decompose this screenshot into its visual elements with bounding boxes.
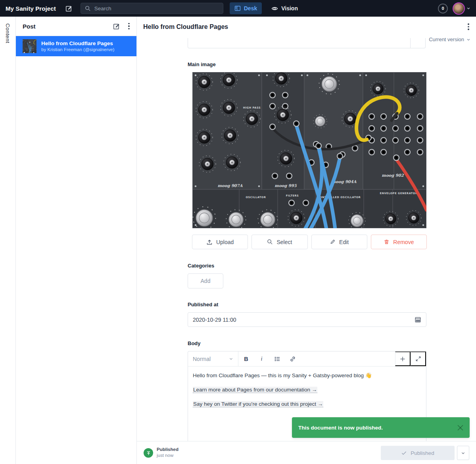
version-selector[interactable]: Current version bbox=[429, 36, 470, 42]
toast-close-button[interactable] bbox=[457, 425, 463, 431]
published-at-label: Published at bbox=[188, 302, 218, 307]
tab-desk[interactable]: Desk bbox=[230, 2, 262, 14]
chevron-down-icon bbox=[461, 451, 465, 455]
vision-eye-icon bbox=[271, 5, 278, 12]
search-icon bbox=[85, 6, 91, 11]
image-actions: Upload Select Edit bbox=[192, 235, 427, 249]
sidebar-content-strip: Content bbox=[0, 17, 16, 464]
notifications-badge[interactable]: 0 bbox=[438, 4, 448, 13]
upload-icon bbox=[206, 239, 213, 245]
publish-toast: This document is now published. bbox=[292, 417, 470, 438]
content-label[interactable]: Content bbox=[5, 23, 11, 43]
expand-editor-button[interactable] bbox=[411, 351, 426, 366]
body-text-area[interactable]: Hello from Cloudflare Pages — this is my… bbox=[188, 367, 426, 420]
pencil-icon bbox=[330, 239, 336, 245]
pane-menu-button[interactable] bbox=[128, 23, 130, 30]
edit-label: Edit bbox=[339, 239, 349, 245]
avatar[interactable] bbox=[453, 2, 465, 15]
pane-title: Post bbox=[23, 23, 113, 30]
tab-vision[interactable]: Vision bbox=[267, 2, 303, 14]
body-link[interactable]: Say hey on Twitter if you're checking ou… bbox=[193, 401, 323, 407]
link-icon bbox=[290, 356, 296, 362]
published-at-value: 2020-10-29 11:00 bbox=[193, 317, 415, 323]
compose-icon bbox=[65, 5, 73, 12]
document-menu-button[interactable] bbox=[468, 23, 469, 30]
desk-icon bbox=[234, 5, 241, 11]
remove-label: Remove bbox=[393, 239, 414, 245]
edit-button[interactable]: Edit bbox=[311, 235, 367, 249]
publish-button-label: Published bbox=[411, 450, 434, 456]
publish-status: Published just now bbox=[157, 447, 178, 458]
document-title: Hello from Cloudflare Pages bbox=[143, 23, 228, 31]
body-label: Body bbox=[188, 340, 201, 346]
remove-button[interactable]: Remove bbox=[371, 235, 427, 249]
main-image-preview[interactable] bbox=[192, 72, 426, 228]
chevron-down-icon bbox=[466, 38, 470, 42]
bold-button[interactable]: B bbox=[238, 351, 254, 366]
status-time: just now bbox=[157, 453, 178, 458]
post-thumbnail bbox=[23, 39, 36, 53]
toast-message: This document is now published. bbox=[298, 425, 457, 431]
sanity-studio-app: My Sanity Project Search bbox=[0, 0, 476, 464]
version-label: Current version bbox=[429, 36, 464, 42]
select-label: Select bbox=[276, 239, 292, 245]
calendar-icon[interactable] bbox=[415, 316, 421, 323]
post-list-pane: Post Hello from Cloudflare Pages by Kris… bbox=[16, 17, 137, 464]
body-paragraph: Hello from Cloudflare Pages — this is my… bbox=[193, 372, 421, 380]
document-footer: Published just now Published bbox=[137, 441, 476, 464]
add-label: Add bbox=[201, 278, 211, 284]
expand-icon bbox=[415, 356, 421, 362]
project-title[interactable]: My Sanity Project bbox=[6, 5, 56, 12]
status-title: Published bbox=[157, 447, 178, 453]
plus-icon bbox=[399, 356, 406, 362]
compose-icon bbox=[113, 23, 120, 30]
notifications-count: 0 bbox=[441, 6, 444, 11]
body-link[interactable]: Learn more about Pages from our document… bbox=[193, 387, 317, 393]
select-button[interactable]: Select bbox=[251, 235, 307, 249]
upload-label: Upload bbox=[216, 239, 234, 245]
style-value: Normal bbox=[193, 356, 211, 362]
published-at-input[interactable]: 2020-10-29 11:00 bbox=[188, 312, 426, 327]
chevron-down-icon bbox=[229, 357, 233, 361]
richtext-toolbar: Normal B i bbox=[188, 351, 426, 367]
post-item-subtitle: by Kristian Freeman (@signalnerve) bbox=[41, 47, 114, 52]
bullet-list-button[interactable] bbox=[269, 351, 285, 366]
list-item-selected[interactable]: Hello from Cloudflare Pages by Kristian … bbox=[16, 36, 136, 56]
tab-desk-label: Desk bbox=[244, 5, 257, 11]
check-icon bbox=[401, 450, 407, 456]
close-icon bbox=[457, 425, 463, 431]
create-post-button[interactable] bbox=[113, 23, 120, 30]
new-document-button[interactable] bbox=[65, 5, 73, 12]
search-placeholder: Search bbox=[94, 6, 111, 11]
italic-button[interactable]: i bbox=[254, 351, 269, 366]
link-button[interactable] bbox=[285, 351, 300, 366]
add-category-button[interactable]: Add bbox=[188, 273, 223, 288]
style-dropdown[interactable]: Normal bbox=[188, 351, 238, 366]
upload-button[interactable]: Upload bbox=[192, 235, 248, 249]
insert-block-button[interactable] bbox=[395, 351, 411, 366]
magnifier-icon bbox=[267, 239, 273, 245]
post-list-header: Post bbox=[16, 17, 136, 36]
publish-button[interactable]: Published bbox=[381, 446, 455, 460]
publish-menu-button[interactable] bbox=[457, 446, 469, 460]
avatar-chevron-icon[interactable] bbox=[466, 6, 470, 10]
trash-icon bbox=[384, 239, 390, 245]
search-input[interactable]: Search bbox=[81, 3, 223, 14]
slug-field-partial[interactable] bbox=[188, 38, 426, 48]
main-image-label: Main image bbox=[188, 61, 216, 67]
document-pane: Hello from Cloudflare Pages Current vers… bbox=[137, 17, 476, 464]
top-navbar: My Sanity Project Search bbox=[0, 0, 476, 17]
list-icon bbox=[274, 356, 280, 362]
published-status-icon bbox=[144, 448, 153, 458]
post-item-title: Hello from Cloudflare Pages bbox=[41, 40, 114, 47]
tab-vision-label: Vision bbox=[281, 5, 298, 11]
categories-label: Categories bbox=[188, 263, 214, 269]
